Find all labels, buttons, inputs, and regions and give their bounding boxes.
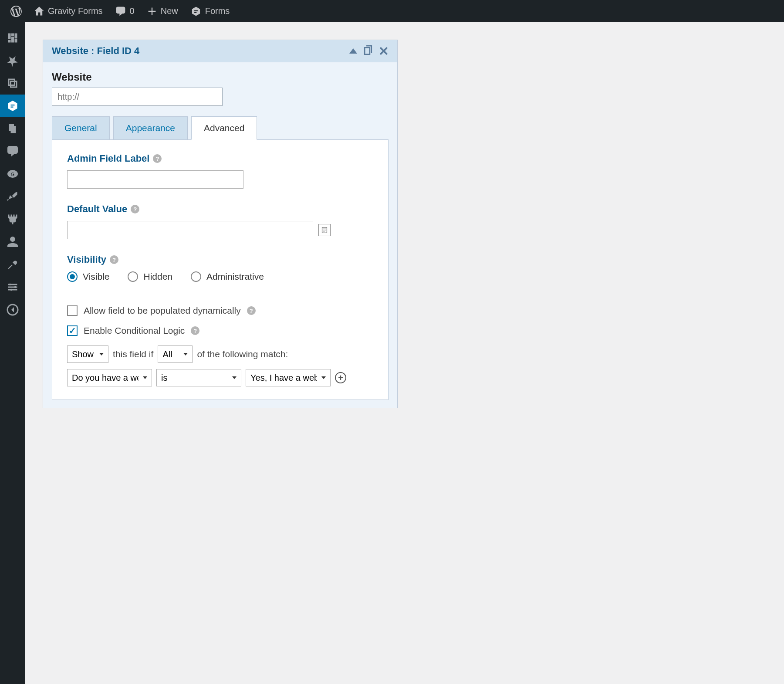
svg-point-2 — [9, 284, 11, 286]
new-label: New — [161, 6, 178, 16]
merge-tags-button[interactable] — [318, 224, 331, 236]
tab-advanced[interactable]: Advanced — [191, 116, 257, 140]
admin-label-heading: Admin Field Label ? — [67, 153, 373, 164]
admin-bar: Gravity Forms 0 New Forms — [0, 0, 784, 22]
logic-sentence: Show this field if All of the following … — [67, 345, 373, 363]
svg-text:G: G — [11, 172, 14, 177]
tabs: General Appearance Advanced — [52, 116, 389, 140]
admin-sidebar: G — [0, 22, 25, 421]
sidebar-users[interactable] — [0, 230, 25, 253]
sidebar-plugins[interactable] — [0, 208, 25, 230]
sidebar-appearance[interactable] — [0, 185, 25, 208]
visibility-hidden[interactable]: Hidden — [128, 271, 172, 282]
enable-conditional-row[interactable]: ✓ Enable Conditional Logic ? — [67, 325, 373, 336]
allow-dynamic-row[interactable]: Allow field to be populated dynamically … — [67, 305, 373, 316]
help-icon[interactable]: ? — [110, 255, 118, 264]
logic-action-select[interactable]: Show — [67, 345, 108, 363]
visibility-visible[interactable]: Visible — [67, 271, 109, 282]
logic-match-select[interactable]: All — [158, 345, 193, 363]
default-value-input[interactable] — [67, 221, 313, 239]
sidebar-media[interactable] — [0, 72, 25, 95]
collapse-icon[interactable] — [349, 48, 357, 54]
sidebar-comments[interactable] — [0, 140, 25, 163]
sidebar-tools[interactable] — [0, 253, 25, 276]
svg-point-4 — [10, 289, 13, 291]
new-link[interactable]: New — [141, 0, 184, 22]
forms-link[interactable]: Forms — [184, 0, 236, 22]
default-value-heading: Default Value ? — [67, 203, 373, 215]
field-header-title: Website : Field ID 4 — [52, 45, 139, 57]
comments-count: 0 — [130, 6, 135, 16]
sidebar-forms[interactable] — [0, 95, 25, 117]
home-icon — [34, 6, 44, 17]
site-name: Gravity Forms — [48, 6, 103, 16]
comments-link[interactable]: 0 — [109, 0, 141, 22]
sidebar-collapse[interactable] — [0, 298, 25, 321]
field-header: Website : Field ID 4 — [43, 40, 397, 62]
enable-conditional-checkbox[interactable]: ✓ — [67, 325, 78, 336]
help-icon[interactable]: ? — [131, 205, 139, 213]
forms-icon — [190, 6, 202, 17]
delete-icon[interactable] — [379, 46, 389, 56]
visibility-heading: Visibility ? — [67, 254, 373, 265]
rule-value-select[interactable]: Yes, I have a website — [246, 369, 331, 386]
help-icon[interactable]: ? — [191, 326, 199, 335]
allow-dynamic-checkbox[interactable] — [67, 305, 78, 316]
field-panel: Website : Field ID 4 Website General App… — [43, 40, 398, 408]
comment-icon — [115, 6, 126, 17]
url-preview-input[interactable] — [52, 88, 223, 106]
add-rule-button[interactable]: + — [335, 372, 346, 383]
sidebar-posts[interactable] — [0, 49, 25, 72]
svg-point-3 — [14, 286, 17, 288]
tab-appearance[interactable]: Appearance — [113, 116, 188, 140]
duplicate-icon[interactable] — [362, 45, 374, 57]
plus-icon — [147, 6, 157, 17]
forms-label: Forms — [205, 6, 230, 16]
help-icon[interactable]: ? — [247, 306, 256, 315]
tab-content: Admin Field Label ? Default Value ? — [52, 139, 389, 400]
tab-general[interactable]: General — [52, 116, 110, 140]
sidebar-settings[interactable] — [0, 276, 25, 298]
visibility-administrative[interactable]: Administrative — [191, 271, 264, 282]
admin-label-input[interactable] — [67, 170, 243, 189]
site-home-link[interactable]: Gravity Forms — [28, 0, 109, 22]
field-preview-label: Website — [52, 71, 389, 83]
sidebar-gravity[interactable]: G — [0, 163, 25, 185]
wp-logo-icon[interactable] — [4, 0, 28, 22]
rule-field-select[interactable]: Do you have a website? — [67, 369, 152, 386]
rule-operator-select[interactable]: is — [156, 369, 241, 386]
help-icon[interactable]: ? — [153, 154, 162, 163]
field-preview: Website — [43, 62, 397, 116]
sidebar-dashboard[interactable] — [0, 27, 25, 49]
sidebar-pages[interactable] — [0, 117, 25, 140]
logic-rule: Do you have a website? is Yes, I have a … — [67, 369, 373, 386]
